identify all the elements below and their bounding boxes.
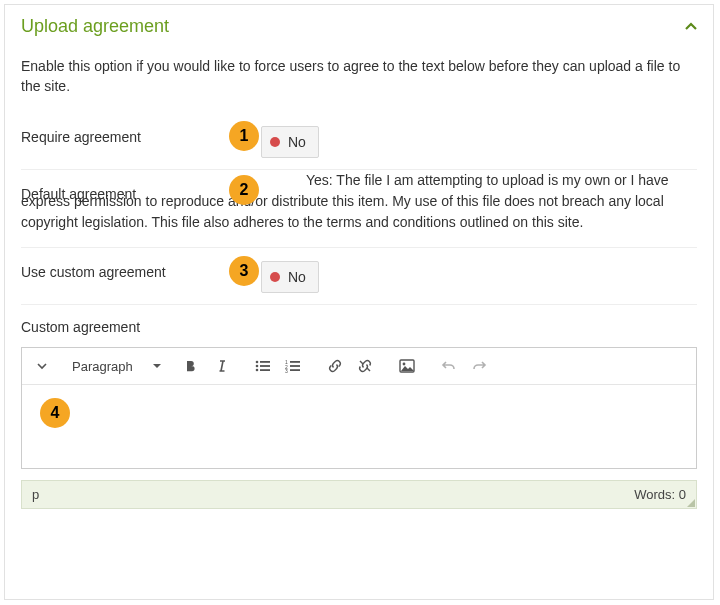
use-custom-toggle[interactable]: No [261,261,319,293]
svg-rect-11 [290,369,300,371]
unlink-icon[interactable] [351,352,379,380]
bullet-list-icon[interactable] [249,352,277,380]
editor-toolbar: Paragraph 123 [22,348,696,384]
image-icon[interactable] [393,352,421,380]
require-agreement-value: No [288,132,306,152]
annotation-badge-2: 2 [229,175,259,205]
panel-body: Enable this option if you would like to … [5,46,713,509]
svg-point-15 [403,363,406,366]
require-agreement-label: Require agreement [21,126,261,145]
annotation-badge-3: 3 [229,256,259,286]
svg-point-0 [256,361,259,364]
svg-text:3: 3 [285,368,288,373]
annotation-badge-1: 1 [229,121,259,151]
undo-icon[interactable] [435,352,463,380]
resize-handle-icon[interactable] [687,499,695,507]
custom-agreement-label: Custom agreement [21,305,697,343]
numbered-list-icon[interactable]: 123 [279,352,307,380]
svg-point-2 [256,365,259,368]
format-selector[interactable]: Paragraph [64,354,169,378]
status-dot-off-icon [270,272,280,282]
default-agreement-row: Default agreement 2 [21,170,697,218]
bold-icon[interactable] [177,352,205,380]
chevron-up-icon[interactable] [685,21,697,33]
editor-content[interactable]: 4 [22,384,696,468]
svg-rect-9 [290,365,300,367]
rich-text-editor: Paragraph 123 [21,347,697,469]
svg-rect-1 [260,361,270,363]
link-icon[interactable] [321,352,349,380]
panel-header[interactable]: Upload agreement [5,5,713,46]
use-custom-value: No [288,267,306,287]
format-selector-value: Paragraph [72,359,133,374]
editor-path[interactable]: p [32,487,39,502]
redo-icon[interactable] [465,352,493,380]
upload-agreement-panel: Upload agreement Enable this option if y… [4,4,714,600]
use-custom-label: Use custom agreement [21,261,261,280]
annotation-badge-4: 4 [40,398,70,428]
toolbar-expand-icon[interactable] [28,352,56,380]
svg-line-12 [360,361,363,364]
panel-title: Upload agreement [21,16,169,37]
svg-rect-7 [290,361,300,363]
svg-rect-5 [260,369,270,371]
italic-icon[interactable] [207,352,235,380]
svg-rect-3 [260,365,270,367]
require-agreement-toggle[interactable]: No [261,126,319,158]
default-agreement-label: Default agreement [21,183,261,202]
editor-status-bar: p Words: 0 [21,480,697,509]
svg-line-13 [367,368,370,371]
intro-text: Enable this option if you would like to … [21,46,697,113]
status-dot-off-icon [270,137,280,147]
editor-word-count: Words: 0 [634,487,686,502]
use-custom-row: Use custom agreement 3 No [21,248,697,304]
svg-point-4 [256,369,259,372]
require-agreement-row: Require agreement 1 No [21,113,697,169]
